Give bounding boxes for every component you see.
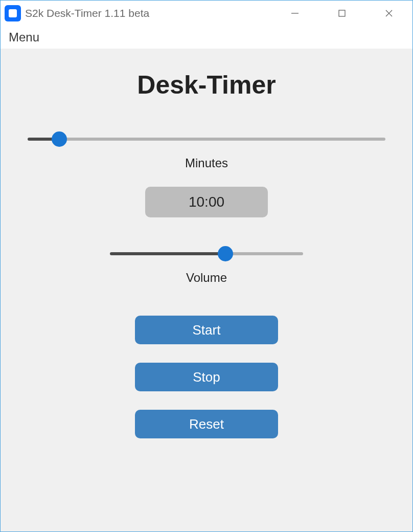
reset-button[interactable]: Reset (135, 410, 278, 438)
square-app-icon (9, 9, 17, 17)
page-title: Desk-Timer (137, 70, 276, 100)
minutes-slider-group: Minutes (28, 131, 385, 170)
close-icon (384, 9, 394, 18)
app-icon (5, 5, 21, 21)
slider-track-rest (59, 138, 385, 141)
minimize-icon (290, 9, 300, 18)
svg-rect-1 (339, 10, 345, 16)
volume-slider-group: Volume (110, 246, 303, 285)
window-title: S2k Desk-Timer 1.11 beta (25, 7, 271, 19)
start-button[interactable]: Start (135, 316, 278, 344)
slider-track-rest (225, 252, 303, 255)
minutes-label: Minutes (185, 156, 228, 170)
maximize-icon (337, 9, 347, 18)
time-display: 10:00 (145, 187, 268, 217)
content-area: Desk-Timer Minutes 10:00 Volume Start St… (1, 49, 412, 531)
stop-button[interactable]: Stop (135, 363, 278, 391)
volume-label: Volume (186, 271, 227, 285)
close-button[interactable] (365, 1, 412, 26)
minimize-button[interactable] (271, 1, 318, 26)
slider-track-fill (110, 252, 225, 255)
menubar: Menu (1, 26, 412, 49)
maximize-button[interactable] (318, 1, 365, 26)
volume-slider-thumb[interactable] (218, 246, 233, 261)
menu-item-menu[interactable]: Menu (6, 28, 42, 47)
app-window: S2k Desk-Timer 1.11 beta Menu Desk-Timer… (0, 0, 413, 532)
action-buttons: Start Stop Reset (135, 316, 278, 438)
volume-slider[interactable] (110, 246, 303, 261)
window-controls (271, 1, 412, 26)
titlebar: S2k Desk-Timer 1.11 beta (1, 1, 412, 26)
minutes-slider-thumb[interactable] (52, 131, 67, 147)
minutes-slider[interactable] (28, 131, 385, 147)
